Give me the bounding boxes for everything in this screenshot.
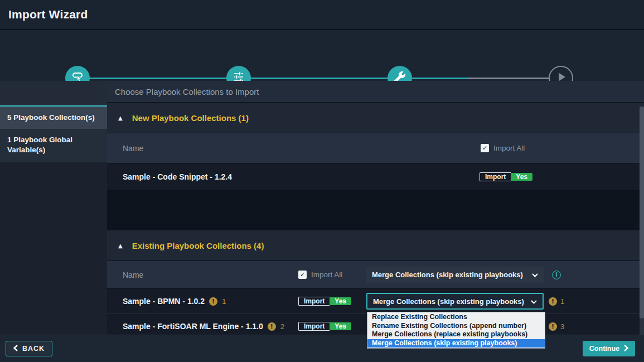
back-button-label: BACK xyxy=(22,345,45,353)
warning-count: 1 xyxy=(560,297,565,306)
chevron-down-icon xyxy=(531,297,537,306)
row-warning-group: ! 3 xyxy=(549,322,565,331)
continue-button-label: Continue xyxy=(589,345,619,353)
select-value: Merge Collections (skip existing playboo… xyxy=(372,271,523,279)
section-gap xyxy=(107,191,644,230)
sidebar-item-playbook-collections[interactable]: 5 Playbook Collection(s) xyxy=(0,105,107,129)
collection-name: Sample - Code Snippet - 1.2.4 xyxy=(107,172,232,181)
import-all-checkbox[interactable]: ✓ xyxy=(481,144,489,152)
import-toggle[interactable]: Import Yes xyxy=(298,294,351,309)
collection-name-group: Sample - FortiSOAR ML Engine - 1.1.0 ! 2 xyxy=(107,322,284,331)
import-all-checkbox[interactable]: ✓ xyxy=(298,271,307,279)
warning-count: 2 xyxy=(280,322,285,331)
table-header-existing: Name ✓ Import All Merge Collections (ski… xyxy=(107,261,644,289)
import-toggle-label: Import xyxy=(480,172,511,181)
bulk-merge-option-select[interactable]: Merge Collections (skip existing playboo… xyxy=(366,267,544,283)
row-merge-option-select[interactable]: Merge Collections (skip existing playboo… xyxy=(366,293,544,310)
import-all-label: Import All xyxy=(311,271,342,279)
dropdown-option[interactable]: Merge Collections (replace existing play… xyxy=(367,330,545,339)
import-toggle-label: Import xyxy=(298,322,330,331)
sidebar: 5 Playbook Collection(s) 1 Playbook Glob… xyxy=(0,81,107,335)
section-header-new-collections[interactable]: ▲ New Playbook Collections (1) xyxy=(107,103,644,133)
column-name: Name xyxy=(107,271,143,279)
column-name: Name xyxy=(107,144,143,153)
sidebar-item-playbook-global-variables[interactable]: 1 Playbook Global Variable(s) xyxy=(0,129,107,161)
page-title: Import Wizard xyxy=(8,8,88,21)
continue-button[interactable]: Continue xyxy=(583,341,635,356)
dropdown-option[interactable]: Replace Existing Collections xyxy=(367,313,545,322)
import-all-control: ✓ Import All xyxy=(481,144,525,152)
step-connector xyxy=(78,78,239,79)
import-toggle-value: Yes xyxy=(330,322,351,330)
table-header-new: Name ✓ Import All xyxy=(107,133,644,163)
warning-icon: ! xyxy=(268,322,276,331)
import-toggle-value: Yes xyxy=(330,297,351,305)
warning-icon: ! xyxy=(209,297,217,306)
import-toggle-value: Yes xyxy=(511,173,532,181)
sidebar-spacer xyxy=(0,81,107,105)
wizard-stepper: Upload File Configurations xyxy=(0,30,644,81)
dropdown-option-selected[interactable]: Merge Collections (skip existing playboo… xyxy=(367,339,545,348)
import-toggle-label: Import xyxy=(298,297,330,306)
warning-count: 1 xyxy=(222,297,226,306)
chevron-right-icon xyxy=(624,345,628,353)
section-title: Existing Playbook Collections (4) xyxy=(132,241,264,250)
title-bar: Import Wizard xyxy=(0,0,644,30)
select-value: Merge Collections (skip existing playboo… xyxy=(373,297,524,306)
check-icon: ✓ xyxy=(482,144,487,152)
import-toggle[interactable]: Import Yes xyxy=(298,319,351,334)
chevron-down-icon xyxy=(532,271,538,279)
scrollbar-thumb[interactable] xyxy=(640,107,644,318)
import-all-label: Import All xyxy=(493,144,525,152)
row-warning-group: ! 1 xyxy=(549,297,565,306)
collection-name: Sample - BPMN - 1.0.2 xyxy=(123,297,205,306)
warning-icon: ! xyxy=(549,322,557,331)
import-toggle[interactable]: Import Yes xyxy=(480,170,532,185)
info-icon[interactable]: i xyxy=(552,271,561,279)
warning-count: 3 xyxy=(560,322,565,331)
footer-bar: BACK Continue xyxy=(0,335,644,362)
collapse-icon: ▲ xyxy=(118,243,123,249)
table-row: Sample - BPMN - 1.0.2 ! 1 Import Yes Mer… xyxy=(107,289,644,314)
dropdown-option[interactable]: Rename Existing Collections (append numb… xyxy=(367,322,545,331)
section-title: New Playbook Collections (1) xyxy=(132,113,249,123)
vertical-scrollbar[interactable] xyxy=(640,107,644,335)
merge-option-dropdown-menu: Replace Existing Collections Rename Exis… xyxy=(367,312,545,349)
import-all-control: ✓ Import All xyxy=(298,271,342,279)
section-header-existing-collections[interactable]: ▲ Existing Playbook Collections (4) xyxy=(107,230,644,261)
step-connector-pending xyxy=(467,78,561,79)
check-icon: ✓ xyxy=(300,271,305,278)
main-panel-title: Choose Playbook Collections to Import xyxy=(107,81,644,103)
back-button[interactable]: BACK xyxy=(6,341,52,356)
main-panel: Choose Playbook Collections to Import ▲ … xyxy=(107,81,644,335)
table-row: Sample - Code Snippet - 1.2.4 Import Yes xyxy=(107,163,644,191)
collection-name-group: Sample - BPMN - 1.0.2 ! 1 xyxy=(107,297,226,306)
warning-icon: ! xyxy=(549,297,557,306)
step-connector xyxy=(239,78,400,79)
chevron-left-icon xyxy=(13,345,18,353)
collection-name: Sample - FortiSOAR ML Engine - 1.1.0 xyxy=(123,322,263,331)
collapse-icon: ▲ xyxy=(118,115,123,121)
